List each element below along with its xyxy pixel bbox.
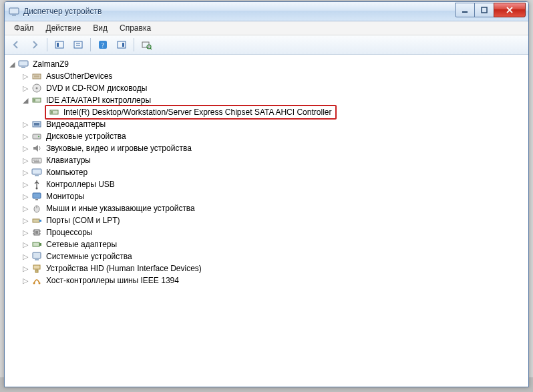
- expand-toggle-icon[interactable]: ▷: [21, 180, 30, 189]
- expand-toggle-icon[interactable]: ▷: [21, 276, 30, 285]
- svg-rect-45: [35, 231, 38, 234]
- toolbar-properties-button[interactable]: [69, 37, 87, 53]
- menu-file[interactable]: Файл: [9, 22, 39, 34]
- tree-node[interactable]: ▷Видеоадаптеры: [21, 118, 526, 130]
- svg-rect-53: [35, 259, 39, 260]
- ide-controller-icon: [31, 95, 42, 106]
- tree-node-label: Процессоры: [45, 226, 94, 238]
- svg-rect-17: [21, 67, 25, 68]
- svg-rect-11: [118, 41, 126, 48]
- toolbar-separator: [47, 38, 47, 51]
- toolbar-forward-button[interactable]: [26, 37, 43, 53]
- tree-node[interactable]: ▷Процессоры: [21, 226, 526, 238]
- disk-drive-icon: [31, 131, 42, 142]
- titlebar[interactable]: Диспетчер устройств: [5, 2, 528, 21]
- window-buttons: [456, 3, 526, 16]
- toolbar-show-hidden-button[interactable]: [51, 37, 68, 53]
- svg-point-37: [36, 188, 38, 190]
- toolbar-scan-button[interactable]: [113, 37, 130, 53]
- svg-rect-42: [33, 219, 39, 222]
- svg-point-57: [39, 282, 41, 284]
- svg-rect-27: [34, 123, 39, 126]
- expand-toggle-icon[interactable]: ▷: [21, 120, 30, 129]
- tree-node[interactable]: ▷Мыши и иные указывающие устройства: [21, 202, 526, 214]
- expand-toggle-icon[interactable]: ▷: [21, 71, 30, 81]
- app-icon: [9, 6, 19, 17]
- svg-rect-54: [33, 265, 40, 269]
- menu-view[interactable]: Вид: [87, 22, 113, 34]
- tree-node[interactable]: ▷Мониторы: [21, 190, 526, 202]
- svg-rect-3: [482, 7, 487, 13]
- device-manager-window: Диспетчер устройств Файл Действие Вид Сп…: [4, 1, 529, 387]
- svg-rect-33: [37, 160, 39, 161]
- computer-icon: [18, 59, 29, 69]
- close-button[interactable]: [494, 3, 526, 17]
- svg-rect-4: [55, 41, 63, 48]
- tree-node-label: Системные устройства: [45, 250, 134, 262]
- expand-toggle-icon[interactable]: ◢: [21, 95, 30, 105]
- port-icon: [31, 215, 42, 226]
- tree-node[interactable]: ▷Клавиатуры: [21, 154, 526, 166]
- computer-icon: [31, 167, 42, 178]
- svg-rect-31: [33, 160, 35, 161]
- tree-node[interactable]: ▷Устройства HID (Human Interface Devices…: [21, 262, 526, 274]
- tree-panel[interactable]: ◢ ZalmanZ9 ▷AsusOtherDevices ▷DVD и CD-R…: [5, 54, 528, 387]
- expand-toggle-icon[interactable]: ▷: [21, 132, 30, 141]
- expand-toggle-icon[interactable]: ◢: [7, 59, 17, 69]
- svg-line-15: [150, 48, 152, 49]
- tree-node-label: Контроллеры USB: [45, 178, 116, 190]
- menu-action[interactable]: Действие: [41, 22, 87, 34]
- tree-node[interactable]: ▷Системные устройства: [21, 250, 526, 262]
- expand-toggle-icon[interactable]: ▷: [21, 83, 30, 93]
- toolbar-help-button[interactable]: ?: [94, 37, 112, 53]
- tree-root-label: ZalmanZ9: [31, 58, 70, 70]
- expand-toggle-icon[interactable]: ▷: [21, 192, 30, 201]
- tree-node-label: Мониторы: [45, 190, 85, 202]
- svg-text:?: ?: [102, 41, 105, 49]
- maximize-button[interactable]: [474, 3, 494, 17]
- tree-node[interactable]: ▷Сетевые адаптеры: [21, 238, 526, 250]
- highlight-box: Intel(R) Desktop/Workstation/Server Expr…: [45, 105, 337, 120]
- processor-icon: [31, 227, 42, 238]
- expand-toggle-icon[interactable]: ▷: [21, 204, 30, 213]
- svg-point-29: [38, 136, 39, 138]
- svg-rect-52: [33, 252, 41, 258]
- menu-help[interactable]: Справка: [114, 22, 156, 34]
- tree-node[interactable]: ▷Звуковые, видео и игровые устройства: [21, 142, 526, 154]
- sound-icon: [31, 143, 42, 154]
- tree-node[interactable]: ▷Порты (COM и LPT): [21, 214, 526, 226]
- window-title: Диспетчер устройств: [23, 7, 528, 16]
- svg-rect-35: [32, 169, 41, 174]
- svg-rect-51: [39, 243, 41, 246]
- keyboard-icon: [31, 155, 42, 166]
- minimize-button[interactable]: [455, 3, 475, 17]
- tree-node-ahci-controller[interactable]: ▷Intel(R) Desktop/Workstation/Server Exp…: [34, 106, 526, 118]
- tree-node[interactable]: ▷Контроллеры USB: [21, 178, 526, 190]
- tree-node-label: DVD и CD-ROM дисководы: [45, 82, 148, 94]
- tree-root[interactable]: ◢ ZalmanZ9: [7, 58, 526, 70]
- tree-node[interactable]: ▷Хост-контроллеры шины IEEE 1394: [21, 274, 526, 286]
- svg-rect-36: [35, 175, 39, 176]
- expand-toggle-icon[interactable]: ▷: [21, 216, 30, 225]
- tree-node[interactable]: ▷Компьютер: [21, 166, 526, 178]
- tree-node[interactable]: ▷Дисковые устройства: [21, 130, 526, 142]
- tree-node[interactable]: ▷DVD и CD-ROM дисководы: [21, 82, 526, 94]
- tree-node-label: Хост-контроллеры шины IEEE 1394: [45, 274, 180, 286]
- svg-rect-28: [33, 134, 41, 139]
- toolbar-separator: [134, 38, 134, 51]
- svg-rect-50: [33, 242, 39, 246]
- toolbar-back-button[interactable]: [7, 37, 25, 53]
- expand-toggle-icon[interactable]: ▷: [21, 156, 30, 165]
- expand-toggle-icon[interactable]: ▷: [21, 240, 30, 249]
- system-device-icon: [31, 251, 42, 262]
- device-icon: [31, 71, 42, 81]
- expand-toggle-icon[interactable]: ▷: [21, 228, 30, 237]
- tree-node-label: Дисковые устройства: [45, 130, 128, 142]
- tree-node[interactable]: ▷AsusOtherDevices: [21, 70, 526, 82]
- expand-toggle-icon[interactable]: ▷: [21, 252, 30, 261]
- toolbar-refresh-button[interactable]: [138, 37, 155, 53]
- expand-toggle-icon[interactable]: ▷: [21, 144, 30, 153]
- svg-rect-43: [39, 220, 41, 222]
- expand-toggle-icon[interactable]: ▷: [21, 168, 30, 177]
- expand-toggle-icon[interactable]: ▷: [21, 264, 30, 273]
